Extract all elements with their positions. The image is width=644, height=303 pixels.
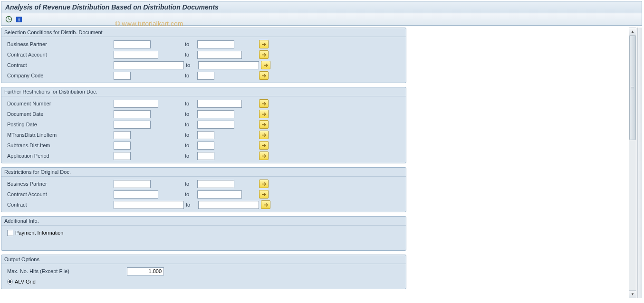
content-area: Selection Conditions for Distrib. Docume… (1, 28, 642, 298)
to-label: to (185, 122, 195, 127)
multi-select-button[interactable] (259, 180, 269, 188)
label-document-number: Document Number (4, 101, 114, 106)
label-contract: Contract (4, 62, 114, 68)
group-title: Additional Info. (1, 217, 406, 226)
multi-select-button[interactable] (261, 61, 270, 69)
label-alv-grid: ALV Grid (15, 279, 36, 284)
document-number-to[interactable] (197, 100, 242, 108)
multi-select-button[interactable] (259, 99, 269, 108)
orig-business-partner-to[interactable] (197, 180, 234, 188)
mtrans-to[interactable] (197, 131, 214, 139)
multi-select-button[interactable] (259, 131, 269, 139)
label-company-code: Company Code (4, 73, 114, 78)
to-label: to (185, 73, 195, 78)
business-partner-from[interactable] (114, 40, 151, 48)
multi-select-button[interactable] (259, 50, 269, 59)
row-document-number: Document Number to (1, 98, 406, 109)
row-payment-info: Payment Information (1, 227, 406, 238)
to-label: to (185, 132, 195, 138)
group-title: Further Restrictions for Distribution Do… (1, 87, 406, 96)
company-code-to[interactable] (197, 72, 214, 80)
label-subtrans: Subtrans.Dist.Item (4, 142, 114, 148)
document-number-from[interactable] (114, 100, 158, 108)
subtrans-to[interactable] (197, 142, 214, 150)
label-application-period: Application Period (4, 153, 114, 159)
group-title: Output Options (1, 255, 406, 264)
contract-account-to[interactable] (197, 51, 242, 59)
row-contract: Contract to (1, 60, 406, 70)
to-label: to (186, 62, 196, 68)
row-orig-contract-account: Contract Account to (1, 189, 406, 199)
payment-info-checkbox[interactable] (7, 230, 13, 236)
mtrans-from[interactable] (114, 131, 131, 139)
orig-contract-from[interactable] (114, 201, 184, 209)
row-subtrans: Subtrans.Dist.Item to (1, 140, 406, 151)
label-max-hits: Max. No. Hits (Except File) (4, 268, 127, 274)
window-edge (637, 28, 642, 298)
row-mtrans: MTransDistr.LineItem to (1, 130, 406, 140)
scroll-down-button[interactable]: ▼ (629, 290, 636, 298)
multi-select-button[interactable] (259, 110, 269, 118)
row-max-hits: Max. No. Hits (Except File) (1, 266, 406, 276)
group-restrictions-original: Restrictions for Original Doc. Business … (1, 167, 406, 212)
multi-select-button[interactable] (259, 120, 269, 129)
page-title: Analysis of Revenue Distribution Based o… (1, 1, 642, 13)
contract-from[interactable] (114, 61, 184, 69)
orig-business-partner-from[interactable] (114, 180, 151, 188)
row-orig-business-partner: Business Partner to (1, 179, 406, 189)
label-orig-contract: Contract (4, 202, 114, 208)
to-label: to (185, 41, 195, 47)
label-payment-info: Payment Information (15, 230, 64, 236)
to-label: to (186, 202, 196, 208)
vertical-scrollbar[interactable]: ▲ ▼ (629, 28, 636, 298)
scroll-thumb[interactable] (629, 36, 636, 140)
label-mtrans: MTransDistr.LineItem (4, 132, 114, 138)
label-orig-business-partner: Business Partner (4, 181, 114, 187)
document-date-from[interactable] (114, 110, 151, 118)
application-period-to[interactable] (197, 152, 214, 160)
subtrans-from[interactable] (114, 142, 131, 150)
application-period-from[interactable] (114, 152, 131, 160)
row-business-partner: Business Partner to (1, 39, 406, 49)
to-label: to (185, 153, 195, 159)
posting-date-from[interactable] (114, 121, 151, 129)
document-date-to[interactable] (197, 110, 234, 118)
contract-to[interactable] (198, 61, 259, 69)
group-title: Restrictions for Original Doc. (1, 168, 406, 177)
execute-button[interactable] (4, 15, 13, 24)
posting-date-to[interactable] (197, 121, 234, 129)
orig-contract-to[interactable] (198, 201, 259, 209)
to-label: to (185, 142, 195, 148)
group-title: Selection Conditions for Distrib. Docume… (1, 28, 406, 37)
company-code-from[interactable] (114, 72, 131, 80)
svg-text:i: i (18, 17, 19, 22)
multi-select-button[interactable] (259, 190, 269, 199)
multi-select-button[interactable] (259, 152, 269, 160)
orig-contract-account-from[interactable] (114, 190, 158, 199)
contract-account-from[interactable] (114, 51, 158, 59)
alv-grid-radio[interactable] (7, 279, 13, 284)
multi-select-button[interactable] (259, 71, 269, 80)
to-label: to (185, 181, 195, 187)
row-posting-date: Posting Date to (1, 119, 406, 130)
orig-contract-account-to[interactable] (197, 190, 242, 199)
row-document-date: Document Date to (1, 109, 406, 119)
row-orig-contract: Contract to (1, 199, 406, 210)
group-output-options: Output Options Max. No. Hits (Except Fil… (1, 255, 406, 289)
row-company-code: Company Code to (1, 70, 406, 81)
group-further-restrictions: Further Restrictions for Distribution Do… (1, 87, 406, 163)
max-hits-input[interactable] (127, 267, 164, 275)
toolbar: i (1, 13, 642, 26)
row-contract-account: Contract Account to (1, 49, 406, 60)
info-button[interactable]: i (15, 15, 23, 24)
to-label: to (185, 52, 195, 57)
group-additional-info: Additional Info. Payment Information (1, 216, 406, 251)
business-partner-to[interactable] (197, 40, 234, 48)
multi-select-button[interactable] (259, 40, 269, 48)
multi-select-button[interactable] (259, 141, 269, 150)
scroll-up-button[interactable]: ▲ (629, 28, 636, 36)
group-selection-conditions: Selection Conditions for Distrib. Docume… (1, 28, 406, 83)
form-pane: Selection Conditions for Distrib. Docume… (1, 28, 407, 298)
row-alv-grid: ALV Grid (1, 276, 406, 287)
multi-select-button[interactable] (261, 200, 270, 209)
